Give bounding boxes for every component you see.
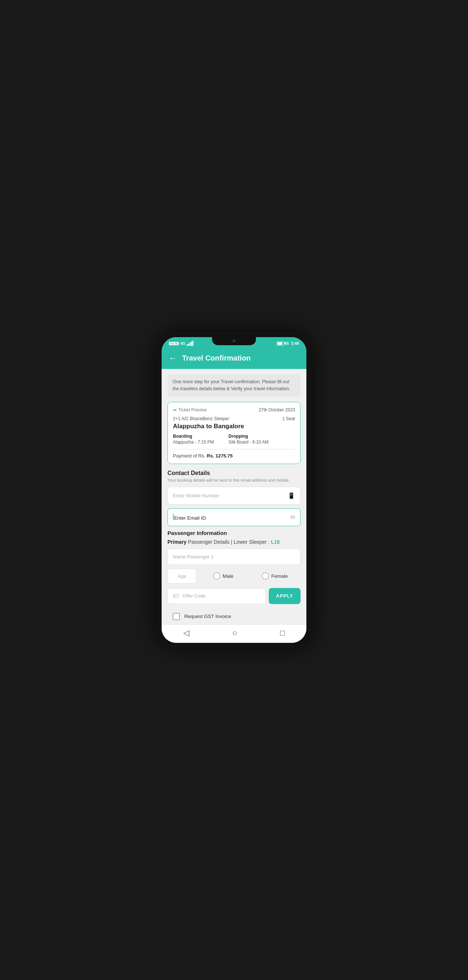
ticket-route: Alappuzha to Bangalore — [173, 423, 295, 430]
ticket-bus-type: 2+1 A/C BharatBenz Sleeper 1 Seat — [173, 416, 295, 421]
ticket-divider — [173, 449, 295, 449]
female-label: Female — [271, 573, 288, 579]
mobile-input-field[interactable]: Enter Mobile Number 📱 — [167, 487, 301, 504]
battery-icon — [277, 342, 284, 345]
ticket-header: ⇌ Ticket Preview 27th October 2023 — [173, 407, 295, 412]
gst-row[interactable]: Request GST Invoice — [167, 608, 301, 625]
passenger-info-title: Passenger Information — [167, 530, 301, 536]
page-title: Travel Confirmation — [182, 354, 251, 363]
nav-bar: ◁ ○ □ — [162, 624, 306, 643]
name-input-field[interactable]: Name Passenger 1 — [167, 549, 301, 565]
signal-bars — [186, 341, 193, 346]
primary-rest: Passenger Details | Lower Sleeper : — [188, 539, 269, 545]
payment-amount: Rs. 1275.75 — [207, 453, 233, 458]
time-display: 3:49 — [291, 341, 299, 345]
header: ← Travel Confirmation — [162, 349, 306, 369]
info-banner: One more step for your Travel confirmati… — [167, 374, 301, 397]
ticket-points: Boarding Alappuzha - 7:15 PM Dropping Si… — [173, 434, 295, 445]
contact-details-section: Contact Details Your booking details wil… — [167, 470, 301, 526]
name-placeholder: Name Passenger 1 — [173, 554, 213, 560]
nav-home-button[interactable]: ○ — [232, 628, 237, 638]
female-radio-circle — [262, 572, 269, 579]
gst-label: Request GST Invoice — [184, 614, 231, 619]
seat-count: 1 Seat — [282, 416, 295, 421]
payment-label: Payment of Rs. — [173, 453, 205, 458]
boarding-point: Boarding Alappuzha - 7:15 PM — [173, 434, 214, 445]
offer-row: 🏷 Offer Code APPLY — [167, 588, 301, 604]
ticket-preview-label: ⇌ Ticket Preview — [173, 407, 207, 412]
contact-title: Contact Details — [167, 470, 301, 476]
info-text: One more step for your Travel confirmati… — [173, 379, 290, 391]
contact-subtitle: Your booking details will be sent to thi… — [167, 478, 301, 482]
ticket-icon: ⇌ — [173, 407, 177, 412]
passenger-info-section: Passenger Information Primary Passenger … — [167, 530, 301, 625]
phone-screen: VoLTE 4G 85 3:49 — [162, 337, 306, 643]
dropping-label: Dropping — [229, 434, 268, 439]
ticket-date: 27th October 2023 — [259, 407, 295, 412]
phone-frame: VoLTE 4G 85 3:49 — [157, 333, 311, 647]
text-cursor — [173, 514, 174, 520]
battery-fill — [277, 342, 282, 345]
nav-recent-button[interactable]: □ — [280, 628, 285, 638]
primary-passenger-label: Primary Passenger Details | Lower Sleepe… — [167, 539, 301, 545]
dropping-point: Dropping Silk Board - 6:10 AM — [229, 434, 268, 445]
battery-indicator: 85 — [277, 342, 289, 345]
seat-code: L18 — [271, 539, 280, 545]
apply-button[interactable]: APPLY — [269, 588, 301, 604]
age-input-field[interactable]: Age — [167, 569, 197, 584]
male-radio[interactable]: Male — [213, 572, 233, 579]
email-input-field[interactable]: Enter Email ID ✉ — [167, 508, 301, 526]
gst-checkbox[interactable] — [173, 613, 180, 620]
volte-badge: VoLTE — [169, 342, 179, 345]
primary-bold: Primary — [167, 539, 186, 545]
preview-text: Ticket Preview — [178, 407, 207, 412]
bus-type-text: 2+1 A/C BharatBenz Sleeper — [173, 416, 229, 421]
offer-code-input[interactable]: 🏷 Offer Code — [167, 588, 266, 604]
payment-row: Payment of Rs. Rs. 1275.75 — [173, 453, 295, 458]
signal-type: 4G — [180, 342, 185, 345]
status-left: VoLTE 4G — [169, 341, 193, 346]
nav-back-button[interactable]: ◁ — [183, 628, 189, 638]
dropping-value: Silk Board - 6:10 AM — [229, 439, 268, 445]
boarding-value: Alappuzha - 7:15 PM — [173, 439, 214, 445]
mobile-icon: 📱 — [288, 492, 295, 499]
status-right: 85 3:49 — [277, 341, 299, 345]
email-text: Enter Email ID — [173, 514, 206, 521]
male-radio-circle — [213, 572, 220, 579]
offer-icon: 🏷 — [173, 593, 179, 599]
back-button[interactable]: ← — [169, 354, 177, 363]
camera-dot — [232, 339, 236, 342]
mobile-placeholder: Enter Mobile Number — [173, 493, 220, 498]
battery-level: 85 — [285, 342, 289, 345]
gender-radio-group: Male Female — [201, 572, 301, 579]
age-gender-row: Age Male Female — [167, 569, 301, 584]
main-content: One more step for your Travel confirmati… — [162, 369, 306, 624]
boarding-label: Boarding — [173, 434, 214, 439]
email-icon: ✉ — [290, 514, 295, 521]
age-placeholder: Age — [178, 573, 186, 579]
male-label: Male — [223, 573, 233, 579]
ticket-card: ⇌ Ticket Preview 27th October 2023 2+1 A… — [167, 402, 301, 464]
offer-placeholder: Offer Code — [183, 593, 205, 598]
female-radio[interactable]: Female — [262, 572, 288, 579]
